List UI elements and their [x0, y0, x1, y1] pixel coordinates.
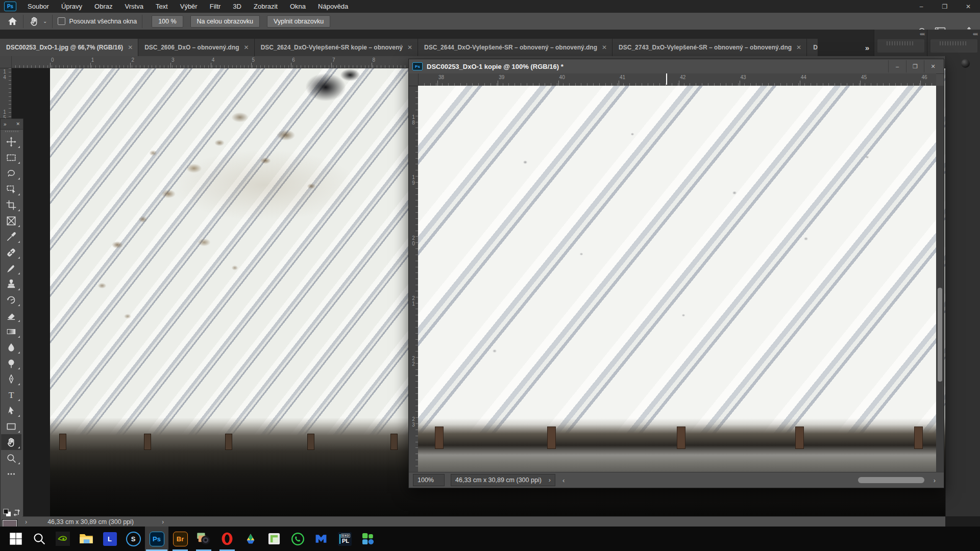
minimize-button[interactable]: – — [910, 0, 933, 13]
scroll-right-arrow[interactable]: › — [934, 477, 936, 484]
tool-object-selection[interactable] — [1, 181, 21, 197]
tool-hand[interactable] — [1, 434, 21, 450]
tab-close-icon[interactable]: ✕ — [602, 44, 607, 51]
tool-gradient[interactable] — [1, 323, 21, 339]
zoom-100-button[interactable]: 100 % — [152, 15, 183, 28]
menu-3d[interactable]: 3D — [227, 0, 248, 13]
tool-path-selection[interactable] — [1, 403, 21, 418]
status-popup-arrow[interactable]: › — [162, 518, 164, 525]
tool-type[interactable]: T — [1, 387, 21, 403]
tool-blur[interactable] — [1, 339, 21, 355]
ruler-number: 2 3 — [410, 416, 417, 428]
tool-more[interactable] — [1, 466, 21, 482]
taskbar-photoshop-icon[interactable]: Ps — [145, 527, 168, 551]
float-vertical-ruler[interactable]: 1 81 92 02 12 22 3 — [409, 73, 419, 472]
menu-zobrazit[interactable]: Zobrazit — [248, 0, 284, 13]
menu-vrstva[interactable]: Vrstva — [119, 0, 150, 13]
tool-rectangle[interactable] — [1, 418, 21, 434]
hand-tool-icon[interactable] — [29, 16, 40, 27]
float-horizontal-ruler[interactable]: 383940414243444546 — [418, 73, 936, 86]
fill-screen-button[interactable]: Vyplnit obrazovku — [267, 15, 330, 28]
tool-zoom[interactable] — [1, 450, 21, 466]
document-tab-partial[interactable]: D — [807, 39, 818, 56]
tool-pen[interactable] — [1, 371, 21, 387]
tool-history-brush[interactable] — [1, 292, 21, 308]
status-popup-left[interactable]: › — [25, 518, 27, 525]
dock-panel-tile[interactable] — [930, 39, 977, 53]
panel-icon[interactable] — [961, 59, 970, 68]
ruler-number: 41 — [620, 74, 625, 80]
document-tab-5[interactable]: DSC_2743_DxO-Vylepšené-SR – obnovený – o… — [612, 39, 807, 56]
tool-lasso[interactable] — [1, 165, 21, 181]
tab-close-icon[interactable]: ✕ — [407, 44, 412, 51]
floating-window-titlebar[interactable]: Ps DSC00253_DxO-1 kopie @ 100% (RGB/16) … — [409, 59, 944, 74]
tab-overflow-button[interactable]: » — [861, 39, 874, 56]
document-tab-2[interactable]: DSC_2606_DxO – obnovený.dng✕ — [138, 39, 254, 56]
taskbar-green-squares-icon[interactable] — [356, 527, 380, 551]
tool-brush[interactable] — [1, 260, 21, 276]
menu-soubor[interactable]: Soubor — [21, 0, 55, 13]
menu-upravy[interactable]: Úpravy — [55, 0, 88, 13]
tool-dodge[interactable] — [1, 355, 21, 371]
tools-collapse-button[interactable]: » — [4, 121, 7, 127]
home-icon[interactable] — [7, 16, 18, 26]
taskbar-malwarebytes-icon[interactable] — [309, 527, 333, 551]
tools-grip[interactable] — [1, 130, 23, 134]
menu-text[interactable]: Text — [150, 0, 174, 13]
tab-close-icon[interactable]: ✕ — [244, 44, 249, 51]
tool-rectangular-marquee[interactable] — [1, 149, 21, 165]
menu-vyber[interactable]: Výběr — [174, 0, 204, 13]
document-tab-3[interactable]: DSC_2624_DxO-Vylepšené-SR kopie – obnove… — [255, 39, 418, 56]
tool-move[interactable] — [1, 134, 21, 149]
close-button[interactable]: ✕ — [957, 0, 980, 13]
float-close-button[interactable]: ✕ — [924, 60, 942, 72]
tools-close-button[interactable]: ✕ — [16, 121, 20, 127]
float-minimize-button[interactable]: – — [888, 60, 906, 72]
taskbar-whatsapp-icon[interactable] — [286, 527, 309, 551]
tab-close-icon[interactable]: ✕ — [796, 44, 801, 51]
default-swatches-icon[interactable] — [2, 508, 22, 519]
pan-all-windows-checkbox[interactable] — [58, 17, 65, 25]
vertical-scroll-thumb[interactable] — [938, 288, 942, 382]
horizontal-scroll-thumb[interactable] — [858, 477, 924, 483]
tool-eraser[interactable] — [1, 308, 21, 323]
document-tab-1[interactable]: DSC00253_DxO-1.jpg @ 66,7% (RGB/16)✕ — [0, 39, 138, 56]
tool-frame[interactable] — [1, 213, 21, 229]
taskbar-nvidia-icon[interactable] — [51, 527, 75, 551]
float-document-canvas[interactable] — [418, 86, 936, 472]
float-zoom-field[interactable]: 100% — [413, 474, 445, 486]
tool-crop[interactable] — [1, 197, 21, 213]
tool-spot-healing[interactable] — [1, 244, 21, 260]
hand-options-chevron-icon[interactable]: ⌄ — [43, 18, 47, 24]
taskbar-search-icon[interactable] — [28, 527, 51, 551]
tool-clone-stamp[interactable] — [1, 276, 21, 292]
float-horizontal-scrollbar[interactable] — [531, 475, 929, 485]
menu-okna[interactable]: Okna — [284, 0, 312, 13]
menu-filtr[interactable]: Filtr — [204, 0, 227, 13]
taskbar-shield-s-icon[interactable]: S — [121, 527, 145, 551]
taskbar-app-l-icon[interactable]: L — [98, 527, 121, 551]
dock-collapse-button[interactable]: «« — [927, 30, 980, 38]
taskbar-start-icon[interactable] — [4, 527, 28, 551]
fit-screen-button[interactable]: Na celou obrazovku — [190, 15, 260, 28]
taskbar-opera-icon[interactable] — [215, 527, 239, 551]
taskbar-bridge-icon[interactable]: Br — [168, 527, 192, 551]
float-maximize-button[interactable]: ❐ — [906, 60, 924, 72]
restore-button[interactable]: ❐ — [933, 0, 957, 13]
dock-collapse-button[interactable]: «« — [874, 30, 927, 38]
taskbar-explorer-icon[interactable] — [75, 527, 98, 551]
taskbar-dxo-photolab-icon[interactable]: DXOPL — [333, 527, 356, 551]
document-tab-4[interactable]: DSC_2644_DxO-Vylepšené-SR – obnovený – o… — [418, 39, 612, 56]
ruler-number: 1 4 — [1, 69, 8, 80]
tab-close-icon[interactable]: ✕ — [128, 44, 133, 51]
menu-napoveda[interactable]: Nápověda — [312, 0, 354, 13]
float-vertical-scrollbar[interactable] — [936, 86, 944, 472]
dock-panel-tile[interactable] — [877, 39, 924, 53]
taskbar-image-viewer-icon[interactable] — [262, 527, 286, 551]
menu-obraz[interactable]: Obraz — [88, 0, 118, 13]
tool-eyedropper[interactable] — [1, 229, 21, 244]
taskbar-photos-icon[interactable] — [192, 527, 215, 551]
float-ruler-corner — [409, 73, 419, 86]
ruler-number: 3 — [172, 57, 175, 63]
taskbar-drive-icon[interactable] — [239, 527, 262, 551]
